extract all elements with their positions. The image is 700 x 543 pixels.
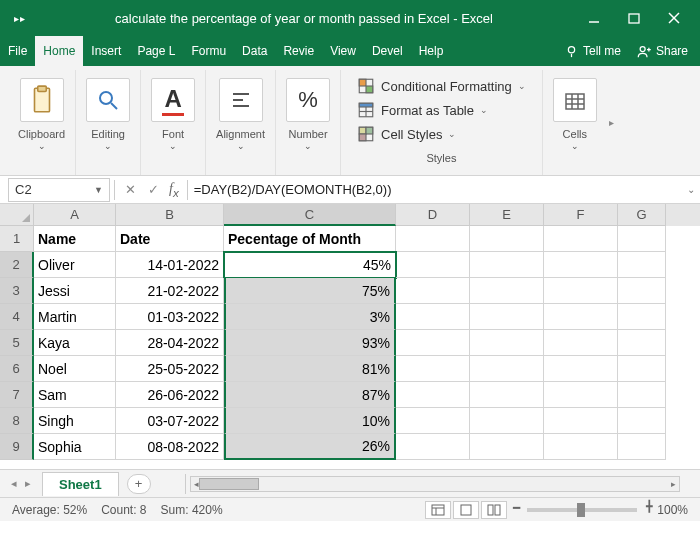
chevron-down-icon[interactable]: ▼ xyxy=(94,185,103,195)
cell[interactable] xyxy=(544,304,618,330)
cell[interactable] xyxy=(470,226,544,252)
cell[interactable] xyxy=(544,252,618,278)
cell[interactable] xyxy=(396,226,470,252)
zoom-slider[interactable] xyxy=(527,508,637,512)
cell[interactable] xyxy=(618,330,666,356)
cell[interactable] xyxy=(470,330,544,356)
horizontal-scrollbar[interactable]: ◂▸ xyxy=(190,476,700,492)
ribbon-scroll-right[interactable]: ▸ xyxy=(607,70,617,175)
cell[interactable]: 26-06-2022 xyxy=(116,382,224,408)
cell[interactable] xyxy=(618,408,666,434)
cell[interactable]: Name xyxy=(34,226,116,252)
cell[interactable]: Martin xyxy=(34,304,116,330)
cell[interactable] xyxy=(544,434,618,460)
tab-help[interactable]: Help xyxy=(411,36,452,66)
cell[interactable] xyxy=(618,252,666,278)
tab-insert[interactable]: Insert xyxy=(83,36,129,66)
cell[interactable] xyxy=(544,382,618,408)
cell[interactable]: 87% xyxy=(224,382,396,408)
row-header[interactable]: 5 xyxy=(0,330,34,356)
cell[interactable] xyxy=(470,408,544,434)
cell[interactable] xyxy=(396,330,470,356)
conditional-formatting-button[interactable]: Conditional Formatting⌄ xyxy=(357,74,526,98)
select-all-corner[interactable] xyxy=(0,204,34,226)
row-header[interactable]: 8 xyxy=(0,408,34,434)
group-font[interactable]: A Font ⌄ xyxy=(141,70,206,175)
formula-input[interactable]: =DAY(B2)/DAY(EOMONTH(B2,0)) xyxy=(188,182,682,197)
tell-me[interactable]: Tell me xyxy=(564,44,621,59)
accept-formula-icon[interactable]: ✓ xyxy=(148,182,159,197)
cell[interactable]: 08-08-2022 xyxy=(116,434,224,460)
cell[interactable]: 81% xyxy=(224,356,396,382)
group-number[interactable]: % Number ⌄ xyxy=(276,70,341,175)
cell[interactable] xyxy=(396,408,470,434)
tab-home[interactable]: Home xyxy=(35,36,83,66)
cell[interactable] xyxy=(470,434,544,460)
cell[interactable]: Jessi xyxy=(34,278,116,304)
cell[interactable]: 3% xyxy=(224,304,396,330)
group-clipboard[interactable]: Clipboard ⌄ xyxy=(8,70,76,175)
cell[interactable]: Sam xyxy=(34,382,116,408)
col-header-e[interactable]: E xyxy=(470,204,544,226)
cell[interactable] xyxy=(544,356,618,382)
zoom-level[interactable]: 100% xyxy=(657,503,688,517)
format-as-table-button[interactable]: Format as Table⌄ xyxy=(357,98,526,122)
cell-active[interactable]: 45% xyxy=(224,252,396,278)
name-box[interactable]: C2▼ xyxy=(8,178,110,202)
tab-data[interactable]: Data xyxy=(234,36,275,66)
cell[interactable] xyxy=(396,382,470,408)
cell[interactable] xyxy=(396,304,470,330)
cancel-formula-icon[interactable]: ✕ xyxy=(125,182,136,197)
minimize-button[interactable] xyxy=(574,4,614,32)
view-normal-icon[interactable] xyxy=(425,501,451,519)
col-header-b[interactable]: B xyxy=(116,204,224,226)
row-header[interactable]: 4 xyxy=(0,304,34,330)
cell[interactable] xyxy=(618,356,666,382)
view-page-layout-icon[interactable] xyxy=(453,501,479,519)
col-header-d[interactable]: D xyxy=(396,204,470,226)
cell[interactable] xyxy=(396,278,470,304)
cell[interactable]: 14-01-2022 xyxy=(116,252,224,278)
cell[interactable] xyxy=(618,278,666,304)
cell[interactable] xyxy=(544,226,618,252)
cell[interactable]: Noel xyxy=(34,356,116,382)
group-alignment[interactable]: Alignment ⌄ xyxy=(206,70,276,175)
expand-formula-bar-icon[interactable]: ⌄ xyxy=(682,184,700,195)
qat-customize-icon[interactable]: ▸▸ xyxy=(6,13,34,24)
close-button[interactable] xyxy=(654,4,694,32)
cell[interactable]: Singh xyxy=(34,408,116,434)
scrollbar-thumb[interactable] xyxy=(199,478,259,490)
cell[interactable] xyxy=(396,356,470,382)
cell-styles-button[interactable]: Cell Styles⌄ xyxy=(357,122,526,146)
group-editing[interactable]: Editing ⌄ xyxy=(76,70,141,175)
cell[interactable] xyxy=(396,434,470,460)
cell[interactable]: 26% xyxy=(224,434,396,460)
tab-file[interactable]: File xyxy=(0,36,35,66)
cell[interactable]: 01-03-2022 xyxy=(116,304,224,330)
add-sheet-button[interactable]: + xyxy=(127,474,151,494)
cell[interactable]: 10% xyxy=(224,408,396,434)
tab-review[interactable]: Revie xyxy=(275,36,322,66)
cell[interactable]: 21-02-2022 xyxy=(116,278,224,304)
cell[interactable] xyxy=(396,252,470,278)
sheet-nav-last-icon[interactable]: ▸ xyxy=(22,477,34,490)
cell[interactable]: 75% xyxy=(224,278,396,304)
zoom-thumb[interactable] xyxy=(577,503,585,517)
cell[interactable]: 93% xyxy=(224,330,396,356)
cell[interactable] xyxy=(618,434,666,460)
cell[interactable]: 25-05-2022 xyxy=(116,356,224,382)
cell[interactable] xyxy=(618,226,666,252)
cell[interactable]: Oliver xyxy=(34,252,116,278)
tab-developer[interactable]: Devel xyxy=(364,36,411,66)
cell[interactable] xyxy=(618,382,666,408)
cell[interactable] xyxy=(470,356,544,382)
share-button[interactable]: Share xyxy=(637,44,688,59)
cell[interactable] xyxy=(544,408,618,434)
col-header-f[interactable]: F xyxy=(544,204,618,226)
cell[interactable] xyxy=(470,382,544,408)
fx-icon[interactable]: fx xyxy=(169,181,187,199)
cell[interactable] xyxy=(470,252,544,278)
cell[interactable]: Sophia xyxy=(34,434,116,460)
cell[interactable] xyxy=(618,304,666,330)
sheet-tab[interactable]: Sheet1 xyxy=(42,472,119,496)
